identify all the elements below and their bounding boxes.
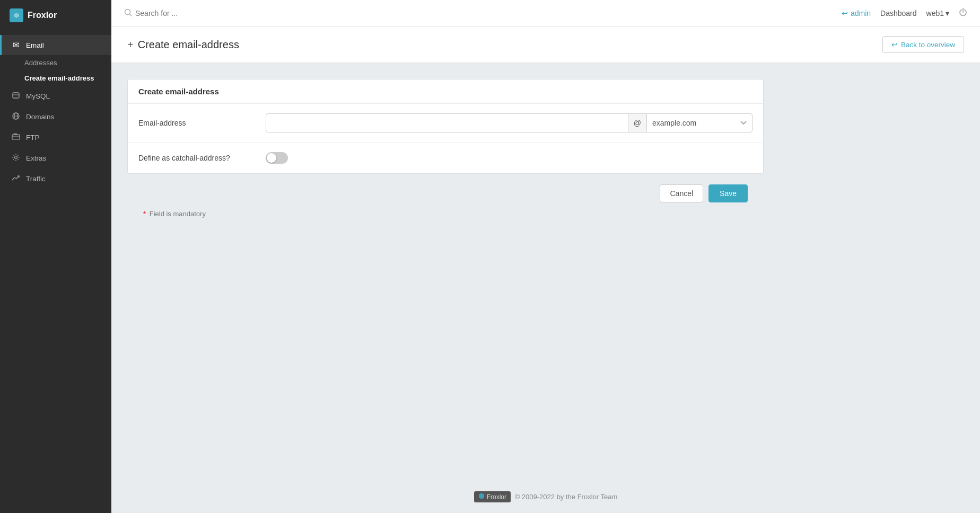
form-area: Create email-address Email-address @ exa…: [111, 63, 980, 481]
sidebar-navigation: ✉ Email Addresses Create email-address M…: [0, 31, 111, 513]
form-card-header: Create email-address: [128, 79, 763, 104]
form-card-title: Create email-address: [138, 87, 219, 96]
web1-dropdown[interactable]: web1 ▾: [926, 9, 949, 17]
svg-point-8: [15, 156, 18, 159]
admin-arrow-icon: ↩: [842, 9, 848, 17]
back-arrow-icon: ↩: [891, 40, 898, 49]
sidebar: Froxlor ✉ Email Addresses Create email-a…: [0, 0, 111, 513]
footer-copyright: © 2009-2022 by the Froxlor Team: [515, 493, 618, 501]
form-actions: Cancel Save: [127, 174, 764, 202]
form-card: Create email-address Email-address @ exa…: [127, 79, 764, 174]
sidebar-item-traffic[interactable]: Traffic: [0, 169, 111, 189]
logo-icon: [10, 8, 23, 22]
plus-icon: +: [127, 39, 134, 51]
page-title: + Create email-address: [127, 39, 239, 51]
back-overview-label: Back to overview: [901, 41, 955, 49]
content-area: + Create email-address ↩ Back to overvie…: [111, 26, 980, 513]
sidebar-item-ftp[interactable]: FTP: [0, 127, 111, 148]
email-address-input[interactable]: [266, 113, 628, 132]
power-icon[interactable]: [959, 8, 967, 19]
sidebar-logo: Froxlor: [0, 0, 111, 31]
domain-select[interactable]: example.com: [646, 113, 752, 132]
mandatory-note: * Field is mandatory: [127, 202, 764, 218]
toggle-thumb: [267, 153, 276, 163]
sidebar-sub-addresses-label: Addresses: [24, 59, 57, 67]
mandatory-text: Field is mandatory: [150, 210, 206, 218]
save-button[interactable]: Save: [708, 184, 748, 202]
topbar-right: ↩ admin Dashboard web1 ▾: [842, 8, 967, 19]
catchall-toggle[interactable]: [266, 152, 288, 164]
svg-marker-11: [479, 493, 484, 499]
catchall-label: Define as catchall-address?: [138, 154, 255, 162]
topbar: ↩ admin Dashboard web1 ▾: [111, 0, 980, 26]
email-input-group: @ example.com: [266, 113, 752, 132]
traffic-icon: [11, 174, 21, 184]
cancel-button[interactable]: Cancel: [660, 184, 703, 202]
form-row-email: Email-address @ example.com: [128, 104, 763, 143]
sidebar-item-email[interactable]: ✉ Email: [0, 35, 111, 55]
sidebar-item-email-label: Email: [26, 41, 44, 49]
email-label: Email-address: [138, 119, 255, 127]
sidebar-item-ftp-label: FTP: [26, 134, 40, 141]
sidebar-item-domains-label: Domains: [26, 113, 54, 121]
footer-logo-icon: [478, 493, 485, 501]
chevron-down-icon: ▾: [946, 9, 949, 17]
ftp-icon: [11, 132, 21, 143]
footer-logo-text: Froxlor: [487, 493, 506, 501]
footer: Froxlor © 2009-2022 by the Froxlor Team: [111, 481, 980, 513]
main-area: ↩ admin Dashboard web1 ▾ + Create email-…: [111, 0, 980, 513]
search-icon: [124, 8, 132, 18]
back-to-overview-button[interactable]: ↩ Back to overview: [882, 36, 964, 53]
mysql-icon: [11, 91, 21, 101]
page-header: + Create email-address ↩ Back to overvie…: [111, 26, 980, 63]
sidebar-item-mysql[interactable]: MySQL: [0, 86, 111, 107]
sidebar-sub-create-email-label: Create email-address: [24, 74, 94, 82]
sidebar-sub-addresses[interactable]: Addresses: [0, 55, 111, 70]
dashboard-link[interactable]: Dashboard: [880, 9, 917, 17]
sidebar-item-extras[interactable]: Extras: [0, 148, 111, 169]
svg-rect-2: [13, 93, 19, 98]
admin-label: admin: [851, 9, 871, 17]
sidebar-item-traffic-label: Traffic: [26, 175, 46, 183]
email-icon: ✉: [11, 40, 21, 50]
page-title-text: Create email-address: [138, 39, 239, 51]
sidebar-item-extras-label: Extras: [26, 154, 46, 162]
extras-icon: [11, 153, 21, 163]
svg-line-10: [130, 14, 132, 16]
web1-label: web1: [926, 9, 944, 17]
form-row-catchall: Define as catchall-address?: [128, 143, 763, 173]
sidebar-sub-create-email[interactable]: Create email-address: [0, 70, 111, 86]
at-symbol: @: [628, 113, 646, 132]
mandatory-asterisk: *: [143, 210, 146, 218]
footer-logo-badge: Froxlor: [474, 491, 511, 502]
sidebar-item-mysql-label: MySQL: [26, 92, 50, 100]
search-input[interactable]: [135, 9, 336, 17]
logo-label: Froxlor: [28, 11, 57, 20]
sidebar-item-domains[interactable]: Domains: [0, 107, 111, 127]
admin-link[interactable]: ↩ admin: [842, 9, 871, 17]
svg-rect-7: [12, 135, 20, 139]
search-wrap: [124, 8, 336, 18]
domains-icon: [11, 112, 21, 122]
